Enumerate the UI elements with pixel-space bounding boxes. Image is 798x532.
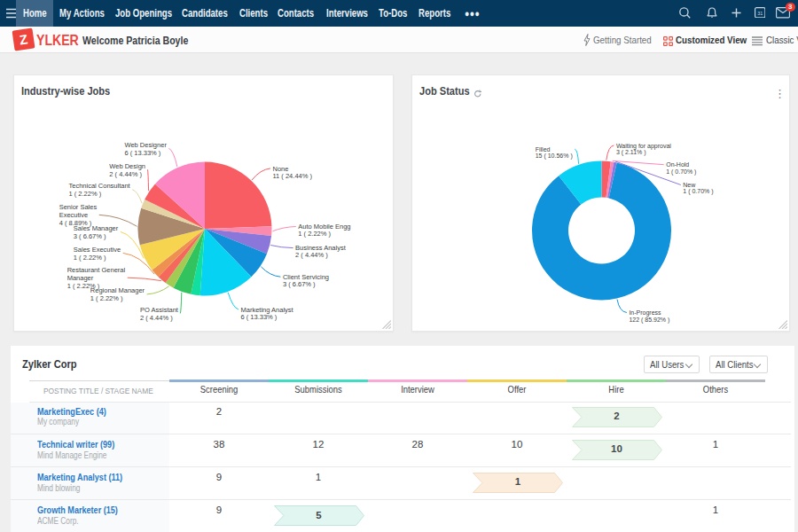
svg-text:3 ( 6.67% ): 3 ( 6.67% ): [283, 280, 316, 288]
svg-text:6 ( 13.33% ): 6 ( 13.33% ): [241, 313, 278, 321]
svg-text:15 ( 10.56% ): 15 ( 10.56% ): [536, 153, 573, 160]
svg-text:On-Hold: On-Hold: [666, 161, 689, 168]
svg-text:Technical Consultant: Technical Consultant: [69, 182, 131, 190]
svg-text:122 ( 85.92% ): 122 ( 85.92% ): [629, 317, 669, 324]
svg-text:1 ( 2.22% ): 1 ( 2.22% ): [90, 294, 123, 302]
svg-text:1 ( 0.70% ): 1 ( 0.70% ): [666, 168, 696, 176]
svg-text:Filled: Filled: [536, 146, 551, 153]
svg-text:11 ( 24.44% ): 11 ( 24.44% ): [273, 172, 313, 180]
svg-text:3 ( 6.67% ): 3 ( 6.67% ): [74, 232, 106, 240]
svg-text:Sales Executive: Sales Executive: [74, 246, 121, 254]
svg-text:2 ( 4.44% ): 2 ( 4.44% ): [295, 251, 328, 259]
svg-text:1 ( 2.22% ): 1 ( 2.22% ): [74, 254, 106, 262]
svg-text:1 ( 2.22% ): 1 ( 2.22% ): [67, 282, 100, 290]
svg-text:4 ( 8.89% ): 4 ( 8.89% ): [59, 219, 92, 227]
svg-text:Manager: Manager: [67, 274, 94, 282]
svg-text:6 ( 13.33% ): 6 ( 13.33% ): [125, 149, 161, 157]
svg-text:Restaurant General: Restaurant General: [67, 266, 126, 274]
svg-text:PO Assistant: PO Assistant: [140, 306, 179, 314]
svg-text:Senior Sales: Senior Sales: [59, 203, 98, 211]
svg-text:2 ( 4.44% ): 2 ( 4.44% ): [140, 314, 173, 322]
svg-text:3 ( 2.11% ): 3 ( 2.11% ): [616, 149, 646, 156]
svg-text:1 ( 2.22% ): 1 ( 2.22% ): [69, 190, 102, 198]
svg-text:1 ( 2.22% ): 1 ( 2.22% ): [298, 230, 331, 238]
svg-text:31: 31: [757, 10, 763, 15]
svg-text:2 ( 4.44% ): 2 ( 4.44% ): [109, 170, 142, 178]
svg-text:New: New: [683, 182, 696, 188]
svg-text:Web Design: Web Design: [109, 162, 145, 170]
svg-text:1 ( 0.70% ): 1 ( 0.70% ): [683, 188, 713, 195]
svg-text:Executive: Executive: [59, 211, 89, 219]
svg-text:Web Designer: Web Designer: [125, 141, 168, 149]
